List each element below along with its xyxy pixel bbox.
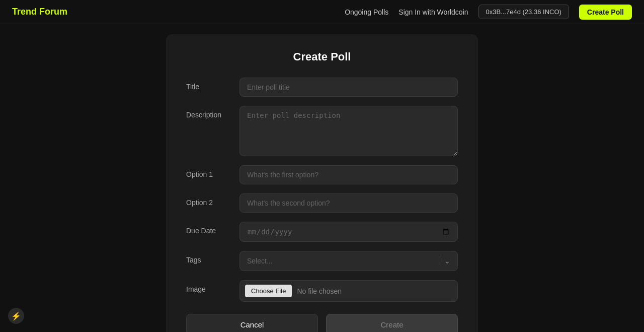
chevron-down-icon: ⌄ xyxy=(444,257,450,265)
choose-file-button[interactable]: Choose File xyxy=(245,285,292,297)
create-poll-nav-button[interactable]: Create Poll xyxy=(579,5,632,20)
option2-row: Option 2 xyxy=(186,193,458,213)
sign-in-link[interactable]: Sign In with Worldcoin xyxy=(398,8,468,16)
tags-select[interactable]: Select... ⌄ xyxy=(239,251,458,271)
form-title: Create Poll xyxy=(186,50,458,63)
form-buttons: Cancel Create xyxy=(186,314,458,332)
app-logo: Trend Forum xyxy=(12,7,67,17)
option2-input[interactable] xyxy=(239,193,458,213)
title-row: Title xyxy=(186,78,458,97)
file-name-text: No file chosen xyxy=(297,287,342,295)
option1-input[interactable] xyxy=(239,165,458,184)
navbar: Trend Forum Ongoing Polls Sign In with W… xyxy=(0,0,644,24)
title-input[interactable] xyxy=(239,78,458,97)
description-textarea[interactable] xyxy=(239,106,458,156)
file-input-wrapper: Choose File No file chosen xyxy=(239,280,458,302)
lightning-icon: ⚡ xyxy=(11,311,21,321)
create-button[interactable]: Create xyxy=(326,314,458,332)
bottom-icon[interactable]: ⚡ xyxy=(8,308,24,324)
description-label: Description xyxy=(186,106,231,119)
option1-row: Option 1 xyxy=(186,165,458,184)
title-label: Title xyxy=(186,78,231,91)
tags-placeholder: Select... xyxy=(247,257,439,265)
option2-label: Option 2 xyxy=(186,193,231,207)
due-date-label: Due Date xyxy=(186,222,231,235)
wallet-address: 0x3B...7e4d (23.36 INCO) xyxy=(478,5,569,19)
tags-label: Tags xyxy=(186,251,231,264)
due-date-input[interactable] xyxy=(239,222,458,242)
navbar-right: Ongoing Polls Sign In with Worldcoin 0x3… xyxy=(345,5,632,20)
due-date-row: Due Date xyxy=(186,222,458,242)
main-content: Create Poll Title Description Option 1 O… xyxy=(0,24,644,332)
image-label: Image xyxy=(186,280,231,293)
image-row: Image Choose File No file chosen xyxy=(186,280,458,302)
cancel-button[interactable]: Cancel xyxy=(186,314,318,332)
description-row: Description xyxy=(186,106,458,156)
create-poll-form-card: Create Poll Title Description Option 1 O… xyxy=(166,34,478,332)
option1-label: Option 1 xyxy=(186,165,231,178)
ongoing-polls-link[interactable]: Ongoing Polls xyxy=(345,8,388,16)
tags-divider xyxy=(439,256,439,265)
tags-row: Tags Select... ⌄ xyxy=(186,251,458,271)
